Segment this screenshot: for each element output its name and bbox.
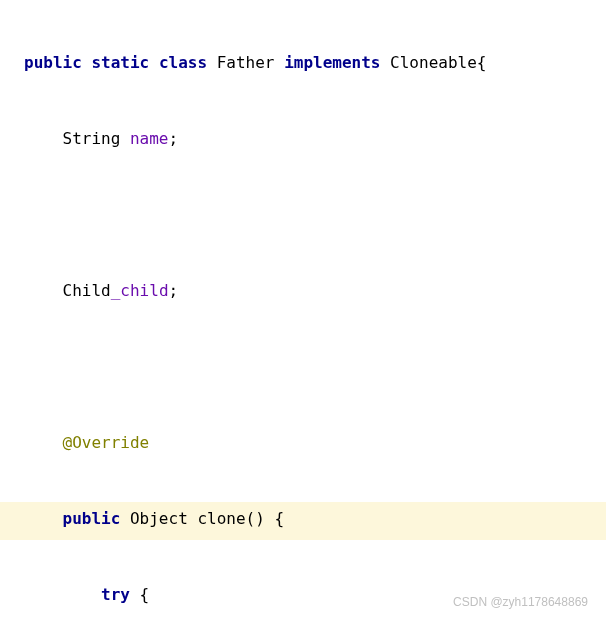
code-line: String name; (24, 120, 606, 158)
method-name: clone() (197, 509, 264, 528)
code-line (24, 348, 606, 386)
code-line (24, 196, 606, 234)
type: Child (63, 281, 111, 300)
keyword-static: static (91, 53, 149, 72)
annotation: @Override (63, 433, 150, 452)
keyword-try: try (101, 585, 130, 604)
interface-name: Cloneable (390, 53, 477, 72)
type: String (63, 129, 121, 148)
watermark: CSDN @zyh1178648869 (453, 595, 588, 609)
field: child (120, 281, 168, 300)
field: name (130, 129, 169, 148)
class-name: Father (217, 53, 275, 72)
keyword-implements: implements (284, 53, 380, 72)
code-line: Child_child; (24, 272, 606, 310)
code-line: public Object clone() { (24, 500, 606, 538)
keyword-public: public (63, 509, 121, 528)
code-line: @Override (24, 424, 606, 462)
brace: { (477, 53, 487, 72)
brace: { (274, 509, 284, 528)
code-line: public static class Father implements Cl… (24, 44, 606, 82)
return-type: Object (130, 509, 188, 528)
brace: { (140, 585, 150, 604)
semicolon: ; (169, 281, 179, 300)
code-block: public static class Father implements Cl… (0, 0, 606, 621)
keyword-public: public (24, 53, 82, 72)
keyword-class: class (159, 53, 207, 72)
semicolon: ; (169, 129, 179, 148)
underscore: _ (111, 281, 121, 300)
